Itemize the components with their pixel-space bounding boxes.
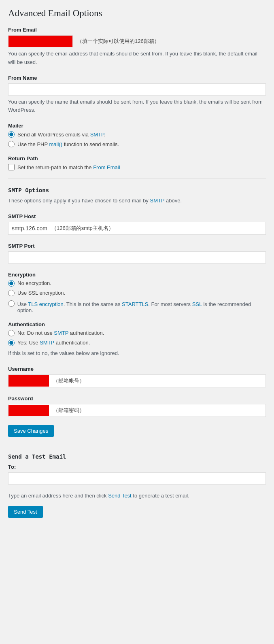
password-hint-inline: （邮箱密码） [49,404,89,417]
username-section: Username （邮箱帐号） [8,366,266,387]
send-test-label: Send a Test Email [8,453,266,460]
smtp-host-label: SMTP Host [8,213,266,219]
mailer-smtp-link[interactable]: SMTP [90,132,104,138]
from-name-label: From Name [8,75,266,81]
mailer-radio-group: Send all WordPress emails via SMTP. Use … [8,131,266,147]
encryption-ssl-radio[interactable] [8,290,15,296]
mailer-php-radio[interactable] [8,141,15,147]
encryption-radio-group: No encryption. Use SSL encryption. Use T… [8,280,266,313]
return-path-checkbox[interactable] [8,164,15,170]
username-label: Username [8,366,266,372]
return-path-link[interactable]: From Email [93,164,120,170]
from-name-input[interactable]: Longsee administrator [8,83,266,96]
authentication-radio-group: No: Do not use SMTP authentication. Yes:… [8,330,266,346]
send-test-link[interactable]: Send Test [108,493,132,499]
section-divider-smtp [8,179,266,179]
password-label: Password [8,395,266,402]
from-email-hint-inline: （填一个实际可以使用的126邮箱） [77,38,159,45]
smtp-host-section: SMTP Host smtp.126.com （126邮箱的smtp主机名） [8,213,266,235]
mailer-section: Mailer Send all WordPress emails via SMT… [8,123,266,147]
mailer-smtp-option[interactable]: Send all WordPress emails via SMTP. [8,131,266,138]
starttls-link[interactable]: STARTTLS [122,301,148,307]
encryption-ssl-option[interactable]: Use SSL encryption. [8,290,266,296]
smtp-host-value: smtp.126.com [12,225,47,232]
from-email-hint: You can specify the email address that e… [8,50,266,67]
section-divider-test [8,445,266,445]
encryption-tls-radio[interactable] [8,300,15,307]
authentication-hint: If this is set to no, the values below a… [8,349,266,358]
page-title: Advanced Email Options [8,8,266,19]
authentication-section: Authentication No: Do not use SMTP authe… [8,321,266,358]
tls-link[interactable]: TLS encryption [28,301,63,307]
authentication-label: Authentication [8,321,266,327]
encryption-section: Encryption No encryption. Use SSL encryp… [8,272,266,313]
page-wrapper: Advanced Email Options From Email （填一个实际… [8,8,266,518]
from-name-hint: You can specify the name that emails sho… [8,98,266,115]
smtp-host-hint-inline: （126邮箱的smtp主机名） [51,225,114,232]
smtp-hint-link[interactable]: SMTP [150,198,165,204]
smtp-port-section: SMTP Port 25 [8,243,266,264]
smtp-options-hint: These options only apply if you have cho… [8,197,266,205]
from-name-section: From Name Longsee administrator You can … [8,75,266,115]
password-input[interactable] [8,405,49,416]
save-changes-section: Save Changes [8,425,266,437]
send-test-button-wrapper: Send Test [8,506,266,518]
encryption-none-radio[interactable] [8,280,15,287]
mailer-smtp-radio[interactable] [8,131,15,138]
from-email-section: From Email （填一个实际可以使用的126邮箱） You can spe… [8,27,266,67]
auth-yes-radio[interactable] [8,340,15,346]
auth-no-radio[interactable] [8,330,15,336]
auth-no-option[interactable]: No: Do not use SMTP authentication. [8,330,266,336]
encryption-tls-option[interactable]: Use TLS encryption. This is not the same… [8,300,266,313]
send-test-hint: Type an email address here and then clic… [8,492,266,500]
save-changes-button[interactable]: Save Changes [8,425,54,437]
mailer-php-link[interactable]: mail() [49,141,63,147]
send-test-to-input[interactable] [8,472,266,485]
return-path-label: Return Path [8,155,266,162]
auth-yes-smtp-link[interactable]: SMTP [40,340,54,346]
username-input[interactable] [8,375,49,387]
smtp-options-label: SMTP Options [8,187,266,193]
return-path-checkbox-label[interactable]: Set the return-path to match the From Em… [8,164,266,170]
password-section: Password （邮箱密码） [8,395,266,417]
mailer-label: Mailer [8,123,266,129]
encryption-none-option[interactable]: No encryption. [8,280,266,287]
ssl-link[interactable]: SSL [192,301,202,307]
from-email-label: From Email [8,27,266,33]
return-path-section: Return Path Set the return-path to match… [8,155,266,170]
mailer-php-option[interactable]: Use the PHP mail() function to send emai… [8,141,266,147]
auth-no-smtp-link[interactable]: SMTP [54,330,68,336]
smtp-options-section: SMTP Options These options only apply if… [8,187,266,205]
username-hint-inline: （邮箱帐号） [49,375,89,387]
send-test-to-group: To: [8,464,266,485]
smtp-port-input[interactable]: 25 [8,251,266,264]
send-test-section: Send a Test Email To: Type an email addr… [8,453,266,518]
encryption-label: Encryption [8,272,266,278]
send-test-button[interactable]: Send Test [8,506,43,518]
auth-yes-option[interactable]: Yes: Use SMTP authentication. [8,340,266,346]
smtp-port-label: SMTP Port [8,243,266,249]
send-test-to-label: To: [8,464,266,470]
from-email-input[interactable] [8,35,73,47]
